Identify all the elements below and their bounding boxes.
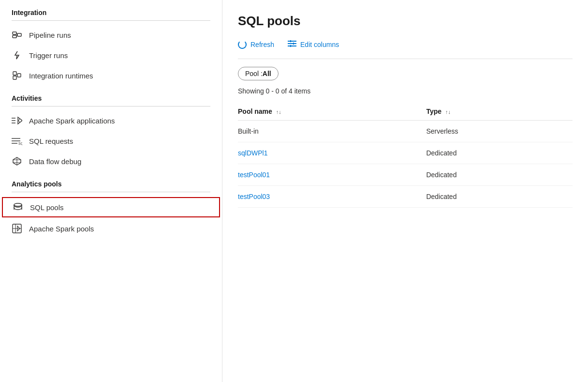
pool-link-testPool01[interactable]: testPool01 [238,171,270,179]
table-row: testPool03Dedicated [238,186,573,208]
svg-rect-1 [13,35,16,38]
sidebar-item-label-pipeline-runs: Pipeline runs [29,31,71,39]
sidebar-item-label-sql-requests: SQL requests [29,137,73,145]
edit-columns-button[interactable]: Edit columns [288,38,339,51]
table-row: Built-inServerless [238,121,573,142]
table-cell-pool-name-1[interactable]: sqlDWPl1 [238,142,426,164]
sidebar-item-apache-spark-applications[interactable]: Apache Spark applications [0,110,222,131]
sql-req-icon: SQL [12,136,22,146]
sidebar-item-label-trigger-runs: Trigger runs [29,51,68,60]
svg-line-13 [18,121,20,122]
sidebar-section-analytics-pools: Analytics pools [0,171,222,192]
sidebar-item-apache-spark-pools[interactable]: Apache Spark pools [0,218,222,239]
table-cell-type-3: Dedicated [426,186,573,208]
filter-value: All [263,70,271,77]
svg-rect-7 [17,74,21,77]
sidebar-section-activities: Activities [0,86,222,106]
refresh-icon [238,40,247,49]
svg-rect-6 [13,76,16,79]
svg-text:SQL: SQL [18,142,22,145]
pool-link-testPool03[interactable]: testPool03 [238,193,270,200]
sidebar-item-label-sql-pools: SQL pools [30,203,64,212]
sql-pool-icon [13,202,23,213]
pool-name-sort-icon: ↑↓ [276,109,281,115]
col-pool-name-label: Pool name [238,107,272,115]
svg-rect-5 [13,72,16,75]
svg-point-22 [14,203,22,206]
page-title: SQL pools [238,14,573,29]
filter-section: Pool : All [238,67,573,80]
col-type[interactable]: Type ↑↓ [426,103,573,121]
svg-rect-2 [17,33,21,36]
sidebar-item-integration-runtimes[interactable]: Integration runtimes [0,65,222,86]
table-cell-pool-name-3[interactable]: testPool03 [238,186,426,208]
sidebar-item-trigger-runs[interactable]: Trigger runs [0,45,222,65]
sidebar-item-label-apache-spark-pools: Apache Spark pools [29,225,94,233]
sidebar-divider [12,20,210,21]
refresh-label: Refresh [250,41,274,48]
showing-count: Showing 0 - 0 of 4 items [238,87,573,95]
pools-table: Pool name ↑↓ Type ↑↓ Built-inServerlesss… [238,103,573,208]
col-type-label: Type [426,107,441,115]
sidebar-divider [12,106,210,107]
sidebar-item-label-data-flow-debug: Data flow debug [29,157,81,166]
table-cell-pool-name-2[interactable]: testPool01 [238,164,426,186]
sidebar-item-sql-requests[interactable]: SQLSQL requests [0,131,222,151]
table-cell-pool-name-0: Built-in [238,121,426,142]
table-cell-type-2: Dedicated [426,164,573,186]
table-row: testPool01Dedicated [238,164,573,186]
col-pool-name[interactable]: Pool name ↑↓ [238,103,426,121]
toolbar: Refresh Edit columns [238,38,573,59]
type-sort-icon: ↑↓ [445,109,451,115]
table-row: sqlDWPl1Dedicated [238,142,573,164]
sidebar-item-pipeline-runs[interactable]: Pipeline runs [0,25,222,45]
pipeline-icon [12,30,22,40]
integration-icon [12,70,22,81]
pool-filter-pill[interactable]: Pool : All [238,67,279,80]
spark-app-icon [12,115,22,126]
svg-rect-0 [13,32,16,34]
main-content: SQL pools Refresh Edit columns Pool [222,0,588,382]
sidebar-item-data-flow-debug[interactable]: Data flow debug [0,151,222,171]
svg-line-12 [18,119,20,121]
table-header-row: Pool name ↑↓ Type ↑↓ [238,103,573,121]
spark-pool-icon [12,223,22,234]
sidebar-item-label-integration-runtimes: Integration runtimes [29,72,93,80]
sidebar-divider [12,192,210,192]
filter-prefix: Pool : [245,70,263,77]
sidebar-item-label-apache-spark-applications: Apache Spark applications [29,117,115,125]
dataflow-icon [12,156,22,167]
sidebar-item-sql-pools[interactable]: SQL pools [2,197,220,217]
table-cell-type-0: Serverless [426,121,573,142]
table-cell-type-1: Dedicated [426,142,573,164]
pool-link-sqlDWPl1[interactable]: sqlDWPl1 [238,149,267,157]
edit-columns-icon [288,40,296,49]
refresh-button[interactable]: Refresh [238,38,274,51]
sidebar: IntegrationPipeline runsTrigger runsInte… [0,0,222,382]
sidebar-section-integration: Integration [0,0,222,20]
trigger-icon [12,50,22,61]
edit-columns-label: Edit columns [300,41,339,48]
